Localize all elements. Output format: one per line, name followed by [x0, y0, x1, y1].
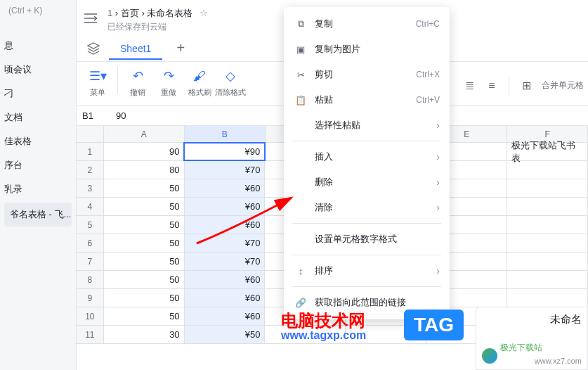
row-header[interactable]: 7: [77, 253, 104, 270]
align-right-button[interactable]: ≡: [482, 76, 502, 96]
align-center-button[interactable]: ≣: [459, 76, 479, 96]
cell[interactable]: 50: [104, 234, 185, 252]
cell[interactable]: 50: [104, 253, 185, 270]
ctx-delete[interactable]: 删除 ›: [284, 170, 450, 195]
ctx-clear[interactable]: 清除 ›: [284, 195, 450, 220]
ctx-copy-label: 复制: [315, 18, 333, 30]
ctx-paste-special-label: 选择性粘贴: [315, 119, 360, 132]
ctx-paste[interactable]: 📋 粘贴 Ctrl+V: [284, 87, 450, 113]
ctx-number-format[interactable]: 设置单元格数字格式: [284, 227, 450, 252]
tab-sheet1[interactable]: Sheet1: [109, 37, 162, 60]
sidebar-item[interactable]: 乳录: [0, 177, 76, 201]
menu-button[interactable]: ☰▾ 菜单: [82, 66, 113, 98]
row-header[interactable]: 10: [77, 307, 104, 325]
breadcrumb[interactable]: 1 › 首页 › 未命名表格 ☆: [107, 7, 208, 20]
sidebar-item[interactable]: 息: [0, 34, 76, 58]
row-header[interactable]: 6: [77, 234, 104, 252]
undo-icon: ↶: [128, 66, 148, 86]
menu-label: 菜单: [90, 87, 105, 98]
menu-icon: ☰▾: [88, 66, 107, 86]
corner-cell[interactable]: [77, 126, 104, 142]
cell[interactable]: 50: [104, 179, 185, 197]
tag-badge: TAG: [404, 310, 464, 340]
sidebar-item[interactable]: 刁: [0, 82, 76, 106]
cell[interactable]: ¥70: [185, 161, 266, 179]
collapse-sidebar-icon[interactable]: [82, 10, 99, 27]
cell[interactable]: 50: [104, 307, 185, 325]
cell[interactable]: ¥60: [185, 198, 266, 215]
sidebar-item-active[interactable]: 爷名表格 - 飞...: [4, 203, 72, 227]
col-header-b[interactable]: B: [185, 126, 266, 142]
row-header[interactable]: 1: [77, 143, 104, 160]
cell[interactable]: 50: [104, 271, 185, 288]
cell[interactable]: ¥60: [185, 307, 266, 325]
clear-format-label: 清除格式: [215, 87, 246, 98]
cell[interactable]: ¥60: [185, 289, 266, 307]
cell[interactable]: ¥60: [185, 179, 266, 197]
breadcrumb-doc[interactable]: 未命名表格: [147, 8, 192, 18]
cell[interactable]: ¥70: [185, 253, 266, 270]
redo-button[interactable]: ↷ 重做: [153, 66, 184, 98]
ctx-clear-label: 清除: [315, 201, 333, 214]
add-sheet-button[interactable]: +: [168, 36, 193, 61]
col-header-a[interactable]: A: [104, 126, 185, 142]
cell[interactable]: [507, 271, 588, 288]
cell[interactable]: [507, 179, 588, 197]
image-icon: ▣: [294, 42, 308, 56]
cell[interactable]: ¥50: [185, 326, 266, 343]
cell[interactable]: [507, 216, 588, 234]
cell[interactable]: [507, 234, 588, 252]
cell[interactable]: [507, 289, 588, 307]
sidebar-item[interactable]: 顷会议: [0, 58, 76, 82]
cell[interactable]: [265, 326, 346, 343]
cell[interactable]: ¥70: [185, 234, 266, 252]
cell[interactable]: 80: [104, 161, 185, 179]
cell[interactable]: ¥60: [185, 271, 266, 288]
layers-icon[interactable]: [82, 37, 105, 60]
ctx-copy[interactable]: ⧉ 复制 Ctrl+C: [284, 11, 450, 37]
cell[interactable]: ¥60: [185, 216, 266, 234]
star-icon[interactable]: ☆: [200, 8, 208, 18]
cell[interactable]: 50: [104, 216, 185, 234]
cell[interactable]: ¥90: [184, 143, 265, 160]
format-painter-button[interactable]: 🖌 格式刷: [184, 66, 215, 98]
clear-format-button[interactable]: ◇ 清除格式: [215, 66, 246, 98]
sidebar-item[interactable]: 序台: [0, 153, 76, 177]
ctx-cut[interactable]: ✂ 剪切 Ctrl+X: [284, 62, 450, 87]
merge-label: 合并单元格: [542, 79, 584, 91]
cell[interactable]: 90: [104, 143, 185, 160]
paste-icon: 📋: [294, 93, 308, 107]
row-header[interactable]: 5: [77, 216, 104, 234]
cell[interactable]: 50: [104, 289, 185, 307]
format-painter-label: 格式刷: [188, 87, 211, 98]
sidebar: (Ctrl + K) 息 顷会议 刁 文档 佳表格 序台 乳录 爷名表格 - 飞…: [0, 0, 77, 370]
ctx-paste-special[interactable]: 选择性粘贴 ›: [284, 113, 450, 138]
ctx-copy-as-image[interactable]: ▣ 复制为图片: [284, 37, 450, 62]
sidebar-item[interactable]: 文档: [0, 106, 76, 129]
row-header[interactable]: 8: [77, 271, 104, 288]
cell[interactable]: [507, 253, 588, 270]
row-header[interactable]: 11: [77, 326, 104, 343]
cell[interactable]: [507, 198, 588, 215]
sidebar-item[interactable]: 佳表格: [0, 129, 76, 153]
cell[interactable]: [507, 161, 588, 179]
cell-ref[interactable]: B1: [82, 110, 113, 121]
cell[interactable]: 30: [104, 326, 185, 343]
ctx-insert[interactable]: 插入 ›: [284, 144, 450, 170]
ctx-cut-label: 剪切: [315, 68, 333, 81]
cell[interactable]: 50: [104, 198, 185, 215]
ctx-sort[interactable]: ↕ 排序 ›: [284, 258, 450, 283]
redo-icon: ↷: [159, 66, 178, 86]
row-header[interactable]: 9: [77, 289, 104, 307]
merge-cells-icon[interactable]: ⊞: [516, 76, 536, 96]
cell-value[interactable]: 90: [116, 110, 126, 121]
breadcrumb-home[interactable]: 首页: [121, 8, 139, 18]
row-header[interactable]: 2: [77, 161, 104, 179]
copy-icon: ⧉: [294, 17, 308, 31]
cell[interactable]: 极光下载站飞书表: [507, 143, 589, 160]
row-header[interactable]: 3: [77, 179, 104, 197]
undo-button[interactable]: ↶ 撤销: [122, 66, 153, 98]
row-header[interactable]: 4: [77, 198, 104, 215]
attribution-title: 未命名: [482, 313, 582, 326]
chevron-right-icon: ›: [436, 265, 440, 276]
